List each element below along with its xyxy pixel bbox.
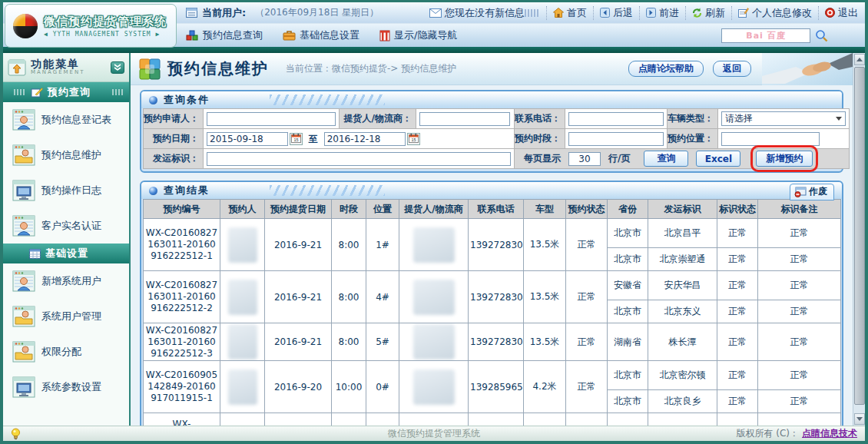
ship-flag-cell: 北京东义: [648, 300, 717, 323]
flag-note-cell: 正常: [758, 390, 841, 413]
date-to-input[interactable]: [324, 132, 406, 146]
date-from-input[interactable]: [207, 132, 288, 146]
ship-flag-input[interactable]: [207, 152, 511, 166]
svg-text:15: 15: [293, 138, 298, 142]
consignee-cell: [399, 361, 469, 413]
cubes-icon: [186, 30, 199, 41]
copyright-link[interactable]: 点睛信息技术: [802, 427, 857, 440]
sidebar-section-booking-query[interactable]: 预约查询: [3, 82, 129, 102]
return-button[interactable]: 返回: [713, 61, 751, 77]
nav-home[interactable]: 首页: [546, 6, 593, 20]
excel-button[interactable]: Excel: [696, 151, 740, 167]
page-size-input[interactable]: [568, 152, 601, 166]
quick-nav: 首页 后退 前进 刷新 个人信息修改: [525, 6, 864, 20]
chevron-down-icon: [836, 117, 842, 121]
ship-flag-cell: 安庆华昌: [648, 271, 717, 300]
result-row[interactable]: WX-C20160827163011-20160916222512-22016-…: [144, 271, 841, 300]
add-booking-button[interactable]: 新增预约: [756, 151, 813, 167]
breadcrumb: 当前位置：微信预约提货-> 预约信息维护: [286, 62, 456, 75]
scroll-down-button[interactable]: [854, 413, 865, 425]
flag-status-cell: 正常: [717, 248, 758, 271]
booker-cell: [220, 361, 265, 413]
nav-back[interactable]: 后退: [593, 6, 639, 20]
sidebar-item-booking-maintain[interactable]: 预约信息维护: [3, 138, 129, 173]
result-row[interactable]: WX-C20160827163011-20160916222512-32016-…: [144, 323, 841, 361]
position-cell: 1#: [366, 219, 399, 271]
sidebar-item-permission[interactable]: 权限分配: [3, 334, 129, 369]
province-cell: 北京市: [608, 219, 648, 248]
date-separator: 至: [309, 134, 318, 144]
nav-toggle-icon: [379, 30, 390, 41]
consignee-input[interactable]: [419, 112, 510, 126]
redacted-text: [228, 227, 257, 263]
position-cell: 5#: [366, 323, 399, 361]
sidebar-item-user-manage[interactable]: 系统用户管理: [3, 299, 129, 334]
search-button[interactable]: 查询: [644, 151, 688, 167]
booker-cell: [220, 323, 265, 361]
time-slot-input[interactable]: [568, 132, 664, 146]
chevron-double-down-icon: [114, 64, 121, 71]
query-form: 预约申请人： 提货人/物流商： 联系电话： 车辆类型： 请选择: [143, 108, 850, 169]
vehicle-type-select[interactable]: 请选择: [721, 111, 846, 126]
scroll-up-button[interactable]: [854, 54, 865, 65]
calendar-icon[interactable]: 15: [407, 133, 420, 145]
scrollbar-thumb[interactable]: [854, 67, 865, 405]
main-scrollbar[interactable]: [853, 53, 865, 426]
nav-logout[interactable]: 退出: [818, 6, 864, 20]
booking-id-cell: WX-C20160827163011-20160916222512-1: [144, 219, 220, 271]
nav-refresh[interactable]: 刷新: [685, 6, 731, 20]
back-icon: [600, 8, 610, 18]
forum-help-button[interactable]: 点睛论坛帮助: [628, 61, 704, 77]
footer: 微信预约提货管理系统 版权所有 (C)： 点睛信息技术: [3, 426, 865, 441]
empty-cell: [366, 413, 399, 426]
time-slot-cell: 10:00: [332, 361, 366, 413]
message-status[interactable]: 您现在没有新信息: [445, 6, 525, 20]
menu-basic-settings[interactable]: 基础信息设置: [283, 28, 359, 42]
col-time-slot: 时段: [332, 200, 366, 219]
status-cell: 正常: [566, 219, 608, 271]
vehicle-cell: 13.5米: [524, 219, 566, 271]
nav-forward[interactable]: 前进: [639, 6, 685, 20]
redacted-text: [228, 280, 257, 315]
envelope-icon: [429, 8, 442, 18]
search-icon[interactable]: [815, 29, 828, 42]
sidebar-item-add-user[interactable]: 新增系统用户: [3, 263, 129, 299]
baidu-search-input[interactable]: Bai 百度: [721, 28, 810, 43]
sidebar-collapse-button[interactable]: [111, 61, 124, 74]
result-row[interactable]: WX-C20160905142849-20160917011915-12016-…: [144, 361, 841, 390]
panel-stripes-decoration: [270, 185, 385, 196]
empty-cell: [648, 413, 717, 426]
menu-booking-query[interactable]: 预约信息查询: [186, 28, 263, 42]
page-header: 预约信息维护 当前位置：微信预约提货-> 预约信息维护 点睛论坛帮助 返回: [131, 53, 853, 85]
edit-icon: [738, 8, 749, 18]
nav-profile-edit[interactable]: 个人信息修改: [731, 6, 818, 20]
result-row-partial[interactable]: WX-: [144, 413, 841, 426]
note-icon: [186, 8, 197, 18]
applicant-input[interactable]: [207, 112, 336, 126]
void-button[interactable]: 作废: [790, 184, 834, 200]
sidebar-section-basic-settings[interactable]: 基础设置: [3, 244, 129, 263]
col-position: 位置: [366, 200, 399, 219]
booking-id-cell: WX-: [144, 413, 220, 426]
col-booker: 预约人: [220, 200, 265, 219]
forward-icon: [646, 8, 656, 18]
position-input[interactable]: [721, 132, 820, 146]
status-cell: 正常: [566, 271, 608, 323]
province-cell: 湖南省: [608, 323, 648, 361]
calendar-icon[interactable]: 15: [290, 133, 303, 145]
sidebar-item-booking-register[interactable]: 预约信息登记表: [3, 102, 129, 138]
query-panel-header: 查询条件: [141, 91, 842, 108]
phone-cell: 13928596565: [469, 361, 524, 413]
nav-tick-decoration: [525, 9, 540, 17]
sidebar-item-booking-log[interactable]: 预约操作日志: [3, 173, 129, 208]
result-row[interactable]: WX-C20160827163011-20160916222512-12016-…: [144, 219, 841, 248]
sidebar-item-customer-verify[interactable]: 客户实名认证: [3, 208, 129, 244]
svg-text:15: 15: [411, 138, 416, 142]
page-title: 预约信息维护: [167, 58, 269, 79]
col-booking-id: 预约编号: [144, 200, 220, 219]
sidebar-item-sys-params[interactable]: 系统参数设置: [3, 369, 129, 405]
menu-toggle-nav[interactable]: 显示/隐藏导航: [379, 28, 457, 42]
flag-note-cell: 正常: [758, 361, 841, 390]
phone-input[interactable]: [568, 112, 664, 126]
menu-icon: [8, 59, 26, 76]
